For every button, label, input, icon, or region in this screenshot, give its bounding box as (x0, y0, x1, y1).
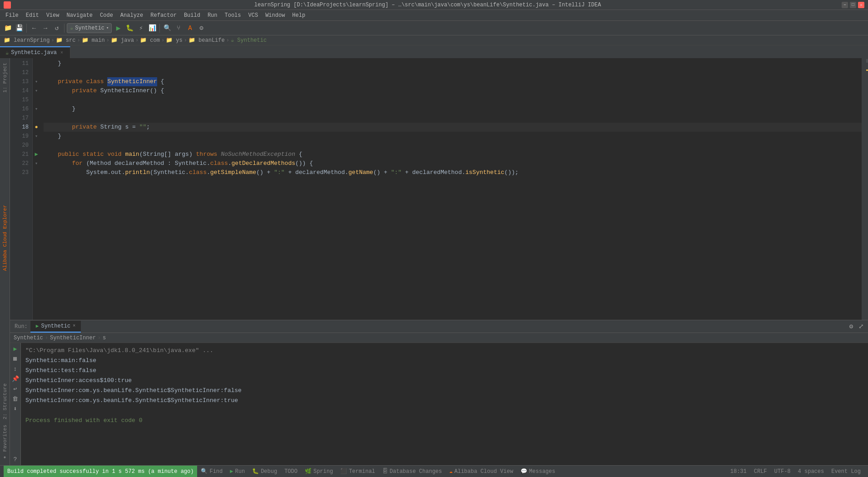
maximize-button[interactable]: □ (850, 2, 856, 8)
menu-edit[interactable]: Edit (22, 11, 43, 20)
fold-btn-22[interactable]: ▾ (33, 159, 40, 168)
run-output-line-7: Process finished with exit code 0 (25, 416, 863, 426)
stop-btn[interactable]: ⏹ (11, 355, 20, 363)
menu-tools[interactable]: Tools (221, 11, 245, 20)
bottom-spring[interactable]: 🌿 Spring (301, 468, 337, 475)
toolbar: 📁 💾 ← → ↺ ☕ Synthetic ▾ ▶ 🐛 ⚡ 📊 🔍 ⑂ A ⚙ (0, 21, 868, 35)
code-line-16: } (44, 104, 862, 114)
restore-layout-btn[interactable]: ↕ (11, 365, 20, 373)
run-with-coverage-btn[interactable]: ⚡ (136, 23, 146, 33)
warning-icon-18[interactable]: ● (33, 123, 40, 132)
code-panel[interactable]: } private class SyntheticInner { private… (42, 58, 862, 320)
sidebar-item-structure[interactable]: 2: Structure (2, 381, 8, 422)
bc-com[interactable]: 📁 com (140, 37, 160, 44)
menu-view[interactable]: View (43, 11, 63, 20)
run-bc-syntheticinner[interactable]: SyntheticInner (50, 335, 96, 341)
scroll-end-btn[interactable]: ⬇ (11, 405, 20, 413)
run-output-line-4: SyntheticInner:com.ys.beanLife.Synthetic… (25, 386, 863, 396)
run-output[interactable]: "C:\Program Files\Java\jdk1.8.0_241\bin\… (21, 343, 868, 465)
fold-btn-13[interactable]: ▾ (33, 77, 40, 86)
bc-java[interactable]: 📁 java (111, 37, 134, 44)
bc-src[interactable]: 📁 src (56, 37, 76, 44)
bottom-alibaba[interactable]: ☁ Alibaba Cloud View (446, 468, 517, 475)
menu-build[interactable]: Build (180, 11, 204, 20)
menu-run[interactable]: Run (204, 11, 221, 20)
run-icon: ▶ (230, 468, 233, 475)
bottom-terminal[interactable]: ⬛ Terminal (337, 468, 379, 475)
menu-file[interactable]: File (2, 11, 22, 20)
tab-close-icon[interactable]: × (59, 50, 64, 55)
bottom-tools: 🔍 Find ▶ Run 🐛 Debug TODO 🌿 Spring ⬛ Ter… (197, 468, 726, 475)
refresh-btn[interactable]: ↺ (52, 23, 62, 33)
menu-refactor[interactable]: Refactor (147, 11, 180, 20)
run-btn-21[interactable]: ▶ (33, 150, 40, 159)
side-labels: 1: Project Alibaba Cloud Explorer 2: Str… (0, 58, 10, 465)
save-btn[interactable]: 💾 (14, 23, 24, 33)
run-config-dropdown[interactable]: ☕ Synthetic ▾ (67, 23, 112, 33)
bc-sep-7: › (226, 37, 229, 44)
bottom-run[interactable]: ▶ Run (226, 468, 248, 475)
bottom-messages[interactable]: 💬 Messages (517, 468, 559, 475)
run-btn[interactable]: ▶ (113, 23, 123, 33)
sidebar-item-project[interactable]: 1: Project (2, 60, 8, 95)
bottom-todo[interactable]: TODO (281, 468, 301, 475)
menu-window[interactable]: Window (262, 11, 288, 20)
bc-beanlife[interactable]: 📁 beanLife (188, 37, 225, 44)
tab-file-icon: ☕ (5, 50, 9, 56)
run-output-line-2: Synthetic:test:false (25, 366, 863, 376)
tab-synthetic-java[interactable]: ☕ Synthetic.java × (0, 46, 70, 58)
settings-btn[interactable]: ⚙ (196, 23, 206, 33)
fold-btn-14[interactable]: ▾ (33, 86, 40, 95)
fold-btn-11[interactable] (33, 59, 40, 68)
run-bc-synthetic[interactable]: Synthetic (14, 335, 43, 341)
run-bc-s[interactable]: s (103, 335, 106, 341)
rerun-btn[interactable]: ▶ (11, 345, 20, 353)
search-btn[interactable]: 🔍 (162, 23, 172, 33)
profile-btn[interactable]: 📊 (147, 23, 157, 33)
bottom-db-changes[interactable]: 🗄 Database Changes (379, 468, 446, 475)
menu-analyze[interactable]: Analyze (117, 11, 147, 20)
close-button[interactable]: ✕ (858, 2, 864, 8)
run-settings-btn[interactable]: ⚙ (846, 322, 856, 332)
bc-synthetic[interactable]: ☕ Synthetic (231, 37, 267, 44)
sidebar-item-cloud-explorer[interactable]: Alibaba Cloud Explorer (2, 202, 8, 273)
open-project-btn[interactable]: 📁 (3, 23, 13, 33)
sidebar-item-favorites[interactable]: ★ Favorites (2, 422, 8, 463)
bottom-debug[interactable]: 🐛 Debug (248, 468, 281, 475)
wrap-btn[interactable]: ↩ (11, 385, 20, 393)
bottom-find[interactable]: 🔍 Find (197, 468, 226, 475)
alibaba-btn[interactable]: A (185, 23, 195, 33)
pin-btn[interactable]: 📌 (11, 375, 20, 383)
help-run-btn[interactable]: ? (11, 455, 20, 463)
run-label[interactable]: Run: (12, 323, 30, 330)
menu-vcs[interactable]: VCS (245, 11, 262, 20)
title-bar: learnSpring [D:\IdeaProjects\learnSpring… (0, 0, 868, 10)
debug-btn[interactable]: 🐛 (124, 23, 134, 33)
forward-btn[interactable]: → (40, 23, 50, 33)
clear-btn[interactable]: 🗑 (11, 395, 20, 403)
db-icon: 🗄 (382, 468, 388, 475)
line-ending[interactable]: CRLF (750, 468, 771, 475)
bc-main[interactable]: 📁 main (82, 37, 105, 44)
run-expand-btn[interactable]: ⤢ (856, 322, 866, 332)
menu-help[interactable]: Help (288, 11, 309, 20)
bc-ys[interactable]: 📁 ys (166, 37, 183, 44)
encoding[interactable]: UTF-8 (771, 468, 794, 475)
code-editor[interactable]: 11 12 13 14 15 16 17 18 19 20 21 22 23 ▾… (10, 58, 868, 320)
fold-btn-19[interactable]: ▾ (33, 132, 40, 141)
menu-navigate[interactable]: Navigate (63, 11, 96, 20)
run-tab-synthetic[interactable]: ▶ Synthetic × (30, 321, 81, 333)
fold-btn-17 (33, 114, 40, 123)
back-btn[interactable]: ← (29, 23, 39, 33)
run-tab-close-icon[interactable]: × (73, 323, 75, 328)
cursor-position[interactable]: 18:31 (727, 468, 750, 475)
right-scrollbar[interactable] (862, 58, 868, 320)
indent-settings[interactable]: 4 spaces (794, 468, 828, 475)
git-btn[interactable]: ⑂ (174, 23, 184, 33)
run-output-line-5: SyntheticInner:com.ys.beanLife.Synthetic… (25, 396, 863, 406)
menu-code[interactable]: Code (96, 11, 117, 20)
minimize-button[interactable]: – (842, 2, 848, 8)
fold-btn-16[interactable]: ▾ (33, 104, 40, 114)
bc-project[interactable]: 📁 learnSpring (4, 37, 50, 44)
event-log[interactable]: Event Log (828, 468, 864, 475)
